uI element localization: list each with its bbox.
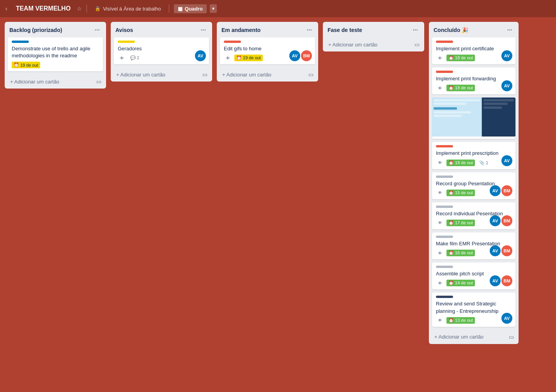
card-cc4[interactable]: Record group Pesentation 👁 ⏰ 15 de out A…: [432, 172, 515, 199]
avatar-av-cc7: AV: [490, 275, 501, 286]
card-members-c2: AV: [195, 50, 206, 61]
column-title-em-andamento: Em andamento: [221, 27, 260, 33]
view-board-btn[interactable]: ▦ Quadro: [174, 4, 207, 13]
card-cc8[interactable]: Review and send Strategic planning - Ent…: [432, 293, 515, 326]
card-label-red-cc2: [436, 71, 453, 73]
column-em-andamento: Em andamento ··· Edit gifs to home 👁 ⏰ 1…: [217, 22, 318, 82]
card-title-c2: Geradores: [118, 45, 205, 52]
card-cc3[interactable]: Implement print prescription 👁 ⏰ 18 de o…: [432, 142, 515, 169]
card-members-cc6: AV BM: [490, 245, 512, 256]
card-c1[interactable]: Demonstrate use of trello and agile meth…: [8, 37, 103, 71]
card-cc5[interactable]: Record individual Pesentation 👁 ⏰ 17 de …: [432, 202, 515, 229]
add-card-btn-avisos[interactable]: + Adicionar um cartão: [114, 70, 201, 79]
card-members-cc1: AV: [501, 50, 512, 61]
card-template-icon-avisos[interactable]: ▭: [201, 70, 209, 79]
card-badges-cc1: 👁 ⏰ 18 de out: [436, 55, 512, 61]
card-title-c1: Demonstrate use of trello and agile meth…: [12, 45, 99, 59]
column-footer-em-andamento: + Adicionar um cartão ▭: [217, 67, 318, 82]
card-members-cc3: AV: [501, 155, 512, 166]
board-area: Backlog (priorizado) ··· Demonstrate use…: [0, 17, 556, 392]
column-header-em-andamento: Em andamento ···: [217, 22, 318, 37]
add-card-btn-em-andamento[interactable]: + Adicionar um cartão: [220, 70, 307, 79]
watch-badge-cc5: 👁: [436, 220, 444, 226]
card-cc1[interactable]: Implement print certificate 👁 ⏰ 18 de ou…: [432, 37, 515, 64]
card-template-icon-fase-teste[interactable]: ▭: [413, 40, 421, 49]
column-cards-avisos: Geradores 👁 💬 2 AV: [111, 37, 212, 67]
card-members-c3: AV BM: [289, 50, 312, 61]
card-cc7[interactable]: Assemble pitch script 👁 ⏰ 14 de out AV B…: [432, 263, 515, 289]
card-badges-cc2: 👁 ⏰ 18 de out: [436, 85, 512, 91]
column-concluido: Concluído 🎉 ··· Implement print certific…: [429, 22, 519, 344]
column-header-concluido: Concluído 🎉 ···: [429, 22, 519, 37]
card-c2[interactable]: Geradores 👁 💬 2 AV: [114, 37, 209, 64]
avatar-cc3: AV: [501, 155, 512, 166]
card-thumbnail-preview[interactable]: [432, 98, 515, 139]
watch-badge-cc3: 👁: [436, 160, 444, 166]
card-cc2[interactable]: Implement print forwarding 👁 ⏰ 18 de out…: [432, 67, 515, 94]
card-label-yellow: [118, 41, 135, 43]
avatar-av-cc5: AV: [490, 215, 501, 226]
card-label-gray-cc4: [436, 176, 453, 178]
column-backlog: Backlog (priorizado) ··· Demonstrate use…: [5, 22, 106, 89]
column-footer-backlog: + Adicionar um cartão ▭: [5, 74, 106, 89]
watch-badge-cc8: 👁: [436, 317, 444, 323]
view-chevron-btn[interactable]: ▾: [210, 4, 217, 13]
column-menu-avisos[interactable]: ···: [199, 26, 207, 34]
card-label-gray-cc6: [436, 236, 453, 238]
column-menu-em-andamento[interactable]: ···: [305, 26, 313, 34]
star-icon[interactable]: ☆: [77, 5, 82, 12]
avatar-av-cc6: AV: [490, 245, 501, 256]
due-badge-cc6: ⏰ 16 de out: [446, 250, 475, 256]
due-badge-cc3: ⏰ 18 de out: [446, 160, 475, 166]
column-menu-concluido[interactable]: ···: [506, 26, 514, 34]
avatar-bm-cc7: BM: [501, 275, 512, 286]
card-template-icon-backlog[interactable]: ▭: [95, 77, 103, 86]
column-menu-fase-teste[interactable]: ···: [411, 26, 420, 34]
watch-badge-cc4: 👁: [436, 190, 444, 196]
avatar-av-cc8: AV: [501, 313, 512, 324]
avatar-av: AV: [195, 50, 206, 61]
column-header-backlog: Backlog (priorizado) ···: [5, 22, 106, 37]
watch-badge-cc2: 👁: [436, 85, 444, 91]
card-title-cc2: Implement print forwarding: [436, 75, 512, 82]
card-label-red: [224, 41, 241, 43]
card-cc6[interactable]: Make film EMR Presentation 👁 ⏰ 16 de out…: [432, 232, 515, 259]
avatar-bm-c3: BM: [301, 50, 312, 61]
column-cards-em-andamento: Edit gifs to home 👁 ⏰ 19 de out AV BM: [217, 37, 318, 67]
column-title-fase-teste: Fase de teste: [328, 27, 362, 33]
card-template-icon-concluido[interactable]: ▭: [507, 332, 515, 342]
card-members-cc5: AV BM: [490, 215, 512, 226]
avatar-bm-cc5: BM: [501, 215, 512, 226]
card-template-icon-em-andamento[interactable]: ▭: [307, 70, 315, 79]
column-footer-avisos: + Adicionar um cartão ▭: [111, 67, 212, 82]
workspace-visibility-btn[interactable]: 🔒 Visível à Área de trabalho: [92, 4, 164, 13]
add-card-btn-backlog[interactable]: + Adicionar um cartão: [8, 77, 95, 86]
card-label-red-cc3: [436, 145, 453, 147]
column-header-fase-teste: Fase de teste ···: [323, 22, 424, 37]
card-c3[interactable]: Edit gifs to home 👁 ⏰ 19 de out AV BM: [220, 37, 315, 64]
due-badge-cc4: ⏰ 15 de out: [446, 190, 475, 196]
nav-chevron[interactable]: ‹: [3, 4, 10, 13]
watch-badge-cc6: 👁: [436, 250, 444, 256]
card-label-red-cc1: [436, 41, 453, 43]
card-label-blue: [12, 41, 29, 43]
card-title-cc3: Implement print prescription: [436, 150, 512, 157]
column-title-backlog: Backlog (priorizado): [9, 27, 62, 33]
due-badge-cc1: ⏰ 18 de out: [446, 55, 475, 61]
card-label-gray-cc5: [436, 206, 453, 208]
view-label: Quadro: [185, 6, 203, 12]
board-title: TEAM VERMELHO: [13, 4, 74, 14]
add-card-btn-concluido[interactable]: + Adicionar um cartão: [432, 332, 507, 341]
clock-icon: ⏰: [14, 62, 19, 67]
due-badge-cc7: ⏰ 14 de out: [446, 280, 475, 286]
due-badge-c1: ⏰ 19 de out: [12, 62, 40, 68]
lock-icon: 🔒: [95, 6, 101, 11]
column-menu-backlog[interactable]: ···: [93, 26, 101, 34]
column-title-avisos: Avisos: [115, 27, 133, 33]
card-thumbnail: [432, 98, 515, 137]
due-badge-c3: ⏰ 19 de out: [234, 55, 263, 61]
due-badge-cc2: ⏰ 18 de out: [446, 85, 475, 91]
add-card-btn-fase-teste[interactable]: + Adicionar um cartão: [326, 40, 413, 49]
attach-badge-cc3: 📎 1: [477, 160, 490, 166]
column-cards-concluido: Implement print certificate 👁 ⏰ 18 de ou…: [429, 37, 519, 330]
